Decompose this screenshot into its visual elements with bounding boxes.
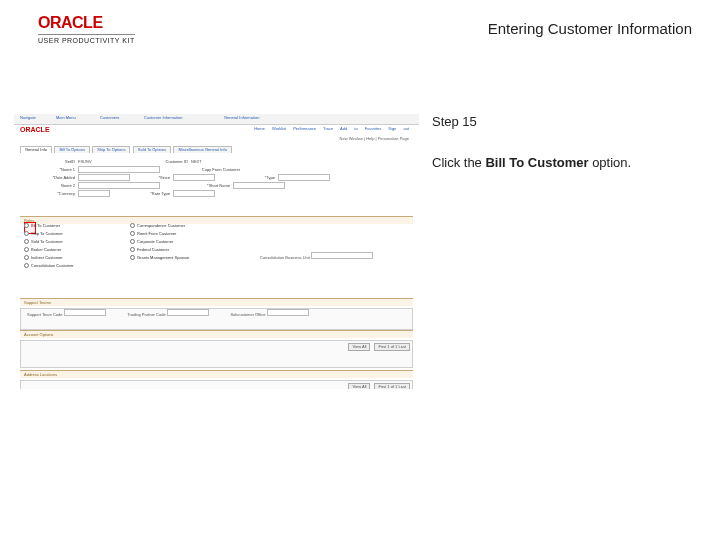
checkbox-remit-from-customer[interactable]: Remit From Customer	[130, 230, 250, 238]
account-options-block: First 1 of 1 Last View All	[20, 340, 413, 368]
pager-account[interactable]: First 1 of 1 Last	[374, 343, 410, 351]
lbl-name2: Name 2	[20, 182, 78, 190]
pager-address[interactable]: First 1 of 1 Last	[374, 383, 410, 389]
checkbox-federal-customer[interactable]: Federal Customer	[130, 246, 250, 254]
input-support-team[interactable]	[64, 309, 106, 316]
section-account-options: Account Options	[20, 330, 413, 338]
menu-item[interactable]: Customers	[100, 116, 119, 120]
lbl-consolidation-bu: Consolidation Business Unit	[260, 255, 310, 260]
input-currency[interactable]	[78, 190, 110, 197]
lbl-support-team: Support Team Code	[27, 312, 63, 317]
lbl-type: *Type	[215, 174, 278, 182]
select-type[interactable]	[278, 174, 330, 181]
input-trading-partner[interactable]	[167, 309, 209, 316]
checkbox-grants-sponsor[interactable]: Grants Management Sponsor	[130, 254, 250, 262]
lbl-trading-partner: Trading Partner Code	[127, 312, 165, 317]
lbl-subcustomer: Subcustomer Office	[230, 312, 265, 317]
app-brand: ORACLE	[20, 126, 50, 134]
logo-main: ORACLE	[38, 14, 135, 32]
checkbox-consolidation-customer[interactable]: Consolidation Customer	[24, 262, 114, 270]
checkbox-corporate-customer[interactable]: Corporate Customer	[130, 238, 250, 246]
input-date-added[interactable]	[78, 174, 130, 181]
checkbox-broker-customer[interactable]: Broker Customer	[24, 246, 114, 254]
instruction-bold: Bill To Customer	[485, 155, 588, 170]
input-since[interactable]	[173, 174, 215, 181]
input-name1[interactable]	[78, 166, 160, 173]
menu-item[interactable]: Main Menu	[56, 116, 76, 120]
checkbox-correspondence-customer[interactable]: Correspondence Customer	[130, 222, 250, 230]
form-area: SetID FSUNV Customer ID NEXT *Name 1 Cop…	[20, 158, 413, 208]
menu-item[interactable]: Customer Information	[144, 116, 182, 120]
address-block: First 1 of 1 Last View All	[20, 380, 413, 389]
btn-view-all-account[interactable]: View All	[348, 343, 370, 351]
section-address-locations: Address Locations	[20, 370, 413, 378]
embedded-screenshot: Navigate Main Menu Customers Customer In…	[14, 114, 419, 389]
checkbox-sold-to-customer[interactable]: Sold To Customer	[24, 238, 114, 246]
input-name2[interactable]	[78, 182, 160, 189]
lbl-date-added: *Date Added	[20, 174, 78, 182]
menu-item[interactable]: General Information	[224, 116, 259, 120]
header-links[interactable]: Home Worklist Performance Trace Add to F…	[254, 127, 409, 131]
lbl-rate-type: *Rate Type	[110, 190, 173, 198]
lbl-short-name: *Short Name	[160, 182, 233, 190]
tab-misc[interactable]: Miscellaneous General Info	[173, 146, 231, 153]
btn-copy-from[interactable]: Copy From Customer	[160, 166, 243, 174]
section-support-teams: Support Teams	[20, 298, 413, 306]
page-tools[interactable]: New Window | Help | Personalize Page	[340, 137, 409, 141]
page-title: Entering Customer Information	[488, 20, 692, 37]
step-label: Step 15	[432, 114, 692, 129]
input-rate-type[interactable]	[173, 190, 215, 197]
btn-view-all-address[interactable]: View All	[348, 383, 370, 389]
oracle-logo: ORACLE USER PRODUCTIVITY KIT	[38, 14, 135, 44]
instruction-text: Click the Bill To Customer option.	[432, 155, 692, 170]
checkbox-indirect-customer[interactable]: Indirect Customer	[24, 254, 114, 262]
lbl-custid: Customer ID	[118, 158, 191, 166]
tab-general-info[interactable]: General Info	[20, 146, 52, 153]
checkbox-bill-to-customer[interactable]: Bill To Customer	[24, 222, 114, 230]
tab-bill-to[interactable]: Bill To Options	[54, 146, 90, 153]
val-custid: NEXT	[191, 158, 202, 166]
instruction-post: option.	[589, 155, 632, 170]
logo-sub: USER PRODUCTIVITY KIT	[38, 34, 135, 44]
input-consolidation-bu[interactable]	[311, 252, 373, 259]
menu-item[interactable]: Navigate	[20, 116, 36, 120]
lbl-currency: *Currency	[20, 190, 78, 198]
input-short-name[interactable]	[233, 182, 285, 189]
lbl-since: *Since	[130, 174, 173, 182]
menu-bar: Navigate Main Menu Customers Customer In…	[14, 114, 419, 125]
checkbox-ship-to-customer[interactable]: Ship To Customer	[24, 230, 114, 238]
lbl-setid: SetID	[20, 158, 78, 166]
roles-area: Bill To Customer Ship To Customer Sold T…	[20, 222, 413, 292]
instruction-panel: Step 15 Click the Bill To Customer optio…	[432, 114, 692, 170]
val-setid: FSUNV	[78, 158, 118, 166]
lbl-name1: *Name 1	[20, 166, 78, 174]
tab-strip: General Info Bill To Options Ship To Opt…	[20, 146, 413, 156]
instruction-pre: Click the	[432, 155, 485, 170]
input-subcustomer[interactable]	[267, 309, 309, 316]
tab-sold-to[interactable]: Sold To Options	[133, 146, 171, 153]
tab-ship-to[interactable]: Ship To Options	[92, 146, 130, 153]
